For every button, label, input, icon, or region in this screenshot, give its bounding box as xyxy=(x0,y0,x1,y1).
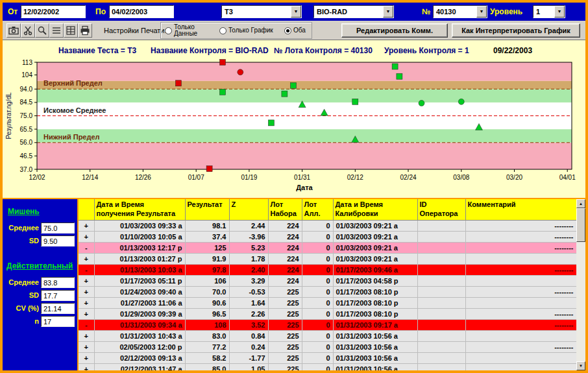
table-row[interactable]: +01/17/2003 05:11 p1063.29224001/17/2003… xyxy=(79,275,576,286)
cut-icon[interactable] xyxy=(21,23,35,38)
cell-datetime: 01/13/2003 12:17 p xyxy=(94,242,185,253)
actual-header[interactable]: Действительный xyxy=(6,261,73,271)
cell-flag: + xyxy=(79,275,94,286)
cell-cal_datetime: 01/17/2003 08:10 p xyxy=(333,297,417,308)
target-mean-value[interactable]: 75.0 xyxy=(41,223,75,234)
radio-icon xyxy=(165,27,172,34)
chevron-down-icon[interactable]: ▼ xyxy=(291,6,301,18)
col-header-1[interactable]: Дата и Время получения Результата xyxy=(94,199,185,220)
cell-flag: + xyxy=(79,363,94,370)
zoom-icon[interactable] xyxy=(35,23,49,38)
table-row[interactable]: +01/24/2003 09:40 a70.0-0.53225001/17/20… xyxy=(79,286,576,297)
cell-operator xyxy=(417,330,465,341)
svg-text:№ Лота Контроля = 40130: № Лота Контроля = 40130 xyxy=(274,46,373,55)
level-label: Уровень xyxy=(490,7,522,16)
table-row[interactable]: +01/10/2003 10:05 a37.4-3.96224001/03/20… xyxy=(79,231,576,242)
table-scrollbar[interactable]: ▲ ▼ xyxy=(576,199,585,370)
svg-text:46.5: 46.5 xyxy=(20,152,33,160)
table-row[interactable]: +01/31/2003 10:43 a83.00.84225001/31/200… xyxy=(79,330,576,341)
actual-sd-value[interactable]: 17.7 xyxy=(41,290,75,301)
target-sd-value[interactable]: 9.50 xyxy=(41,235,75,247)
svg-text:Название Теста = T3: Название Теста = T3 xyxy=(58,46,136,55)
chevron-down-icon[interactable]: ▼ xyxy=(383,6,393,18)
table-row[interactable]: -01/13/2003 12:17 p1255.23224001/03/2003… xyxy=(79,242,576,253)
col-header-4[interactable]: Лот Набора xyxy=(268,199,302,220)
cell-operator xyxy=(417,220,465,231)
cell-result: 91.9 xyxy=(185,253,229,264)
table-row[interactable]: +02/05/2003 12:00 p77.20.24225001/31/200… xyxy=(79,341,576,352)
col-header-0[interactable] xyxy=(79,199,94,220)
table-row[interactable]: +02/12/2003 09:13 a58.2-1.77225001/31/20… xyxy=(79,352,576,363)
from-date-input[interactable] xyxy=(21,5,86,18)
chevron-down-icon[interactable]: ▼ xyxy=(554,6,565,18)
target-header[interactable]: Мишень xyxy=(8,207,40,216)
cell-flag: + xyxy=(79,253,94,264)
interpret-chart-button[interactable]: Как Интерпретировать График xyxy=(452,23,580,38)
scroll-up-icon[interactable]: ▲ xyxy=(576,199,585,208)
cell-all_lot: 0 xyxy=(302,341,333,352)
cell-cal_datetime: 01/17/2003 04:58 p xyxy=(333,275,417,286)
level-select[interactable]: 1 ▼ xyxy=(533,5,565,18)
lot-select[interactable]: 40130 ▼ xyxy=(433,5,487,18)
radio-both[interactable]: Оба xyxy=(284,23,306,38)
cell-operator xyxy=(417,286,465,297)
svg-text:12/14: 12/14 xyxy=(82,174,98,181)
table-row[interactable]: +01/03/2003 09:33 a98.12.44224001/03/200… xyxy=(79,220,576,231)
cell-flag: - xyxy=(79,319,94,330)
cell-z: 0.24 xyxy=(229,341,268,352)
cell-operator xyxy=(417,363,465,370)
cell-z: 3.29 xyxy=(229,275,268,286)
cell-z: 0.84 xyxy=(229,330,268,341)
list-icon[interactable] xyxy=(49,23,64,38)
cell-datetime: 01/29/2003 09:39 a xyxy=(94,308,185,319)
camera-icon[interactable] xyxy=(6,23,21,38)
col-header-5[interactable]: Лот Алл. xyxy=(302,199,333,220)
print-icon[interactable] xyxy=(78,23,92,38)
col-header-7[interactable]: ID Оператора xyxy=(417,199,465,220)
cell-kit_lot: 224 xyxy=(268,220,302,231)
to-label: По xyxy=(95,7,106,16)
table-row[interactable]: +01/27/2003 11:06 a90.61.64225001/17/200… xyxy=(79,297,576,308)
cell-datetime: 02/05/2003 12:00 p xyxy=(94,341,185,352)
cell-cal_datetime: 01/17/2003 09:46 a xyxy=(333,264,417,275)
n-value[interactable]: 17 xyxy=(41,316,75,327)
table-row[interactable]: +02/12/2003 11:47 a85.01.05225001/31/200… xyxy=(79,363,576,370)
cell-result: 77.2 xyxy=(185,341,229,352)
table-row[interactable]: -01/31/2003 09:34 a1083.52225001/31/2003… xyxy=(79,319,576,330)
control-select[interactable]: BIO-RAD ▼ xyxy=(313,5,394,18)
col-header-6[interactable]: Дата и Время Калибровки xyxy=(333,199,417,220)
test-select[interactable]: T3 ▼ xyxy=(221,5,302,18)
svg-text:Результат.ng/dL: Результат.ng/dL xyxy=(5,92,12,139)
cv-value[interactable]: 21.14 xyxy=(41,303,75,314)
table-row[interactable]: -01/13/2003 10:03 a97.82.40224001/17/200… xyxy=(79,264,576,275)
actual-mean-value[interactable]: 83.8 xyxy=(41,277,75,288)
cell-all_lot: 0 xyxy=(302,242,333,253)
col-header-2[interactable]: Результат xyxy=(185,199,229,220)
col-header-3[interactable]: Z xyxy=(229,199,268,220)
radio-only-chart[interactable]: Только График xyxy=(219,23,278,38)
table-row[interactable]: +01/13/2003 01:27 p91.91.78224001/03/200… xyxy=(79,253,576,264)
radio-only-data[interactable]: Только Данные xyxy=(165,23,204,38)
cell-cal_datetime: 01/03/2003 09:21 a xyxy=(333,253,417,264)
cell-z: 1.64 xyxy=(229,297,268,308)
col-header-8[interactable]: Комментарий xyxy=(465,199,576,220)
cell-all_lot: 0 xyxy=(302,297,333,308)
cell-comment: -------- xyxy=(465,231,576,242)
chevron-down-icon[interactable]: ▼ xyxy=(476,6,487,18)
grid-icon[interactable] xyxy=(64,23,78,38)
cell-comment: -------- xyxy=(465,264,576,275)
scrollbar-thumb[interactable] xyxy=(576,208,585,242)
table-row[interactable]: +01/29/2003 09:39 a96.52.26225001/17/200… xyxy=(79,308,576,319)
cell-cal_datetime: 01/31/2003 10:56 a xyxy=(333,341,417,352)
cell-cal_datetime: 01/17/2003 08:10 p xyxy=(333,308,417,319)
cell-cal_datetime: 01/31/2003 09:17 a xyxy=(333,319,417,330)
to-date-input[interactable] xyxy=(109,5,174,18)
cell-result: 58.2 xyxy=(185,352,229,363)
edit-comment-button[interactable]: Редактировать Комм. xyxy=(341,23,448,38)
cell-result: 97.8 xyxy=(185,264,229,275)
cell-kit_lot: 224 xyxy=(268,253,302,264)
cell-flag: + xyxy=(79,231,94,242)
scroll-down-icon[interactable]: ▼ xyxy=(576,361,585,370)
cell-result: 83.0 xyxy=(185,330,229,341)
svg-text:94.0: 94.0 xyxy=(20,86,33,93)
